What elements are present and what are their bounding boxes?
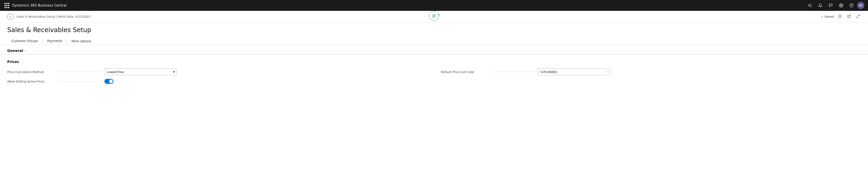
general-section-title: General: [7, 49, 23, 53]
bookmark-button[interactable]: [837, 13, 843, 20]
tab-divider-1: [42, 39, 43, 43]
general-section-header[interactable]: General ›: [0, 47, 868, 55]
svg-point-0: [809, 4, 811, 6]
tabs-row: Customer Groups Payments More options: [0, 37, 868, 45]
center-toolbar: [428, 13, 440, 18]
help-icon[interactable]: [847, 1, 856, 10]
default-price-list-input[interactable]: [538, 68, 610, 75]
ellipsis-icon[interactable]: ···: [606, 70, 609, 74]
price-calc-method-input-wrap: Lowest Price Best Price Contract Price ▼: [104, 68, 177, 75]
back-button[interactable]: [7, 13, 13, 20]
allow-editing-group: Allow Editing Active Price: [7, 79, 861, 84]
allow-editing-toggle[interactable]: [104, 79, 114, 84]
price-calc-method-group: Price Calculation Method Lowest Price Be…: [7, 68, 427, 75]
svg-point-3: [841, 5, 842, 6]
flag-icon[interactable]: [826, 1, 835, 10]
app-title: Dynamics 365 Business Central: [12, 3, 67, 7]
dotted-leader-2: [491, 72, 537, 72]
fields-row-1: Price Calculation Method Lowest Price Be…: [7, 68, 861, 75]
tab-more-options[interactable]: More options: [67, 37, 95, 45]
edit-button[interactable]: [429, 11, 439, 21]
price-calc-method-label: Price Calculation Method: [7, 70, 57, 74]
user-avatar[interactable]: IK: [857, 2, 864, 9]
allow-editing-toggle-wrap: [104, 79, 114, 84]
price-calc-method-select[interactable]: Lowest Price Best Price Contract Price: [104, 68, 177, 75]
settings-icon[interactable]: [836, 1, 846, 10]
page-title: Sales & Receivables Setup: [7, 26, 861, 34]
page-title-area: Sales & Receivables Setup: [0, 23, 868, 34]
breadcrumb-bar: Sales & Receivables Setup | Work Date: 4…: [0, 11, 868, 23]
saved-indicator: ✓ Saved: [821, 15, 834, 18]
svg-line-8: [849, 15, 850, 17]
svg-line-10: [857, 17, 858, 18]
breadcrumb-text: Sales & Receivables Setup | Work Date: 4…: [16, 15, 90, 18]
dotted-leader-1: [58, 72, 103, 72]
page-area: Sales & Receivables Setup | Work Date: 4…: [0, 11, 868, 188]
search-icon[interactable]: [805, 1, 815, 10]
default-price-list-group: Default Price List Code ···: [427, 68, 861, 75]
tab-payments[interactable]: Payments: [43, 37, 66, 45]
prices-section-title: Prices: [7, 60, 861, 64]
bell-icon[interactable]: [815, 1, 825, 10]
breadcrumb-actions: ✓ Saved: [821, 13, 861, 20]
topbar: Dynamics 365 Business Central: [0, 0, 868, 11]
toggle-knob: [109, 80, 113, 83]
svg-line-9: [858, 15, 860, 16]
allow-editing-label: Allow Editing Active Price: [7, 80, 57, 83]
fields-row-2: Allow Editing Active Price: [7, 79, 861, 84]
general-chevron-icon: ›: [25, 49, 26, 53]
default-price-list-label: Default Price List Code: [441, 70, 491, 74]
tab-customer-groups[interactable]: Customer Groups: [7, 37, 42, 45]
waffle-menu-icon[interactable]: [4, 2, 10, 8]
open-new-window-button[interactable]: [846, 13, 852, 20]
default-price-list-input-wrap: ···: [538, 68, 610, 75]
dotted-leader-3: [58, 81, 103, 82]
tab-divider-2: [67, 39, 67, 43]
svg-line-1: [811, 6, 812, 7]
content-area: Prices Price Calculation Method Lowest P…: [0, 55, 868, 93]
check-icon: ✓: [821, 15, 824, 18]
saved-label: Saved: [825, 15, 834, 18]
expand-button[interactable]: [855, 13, 861, 20]
